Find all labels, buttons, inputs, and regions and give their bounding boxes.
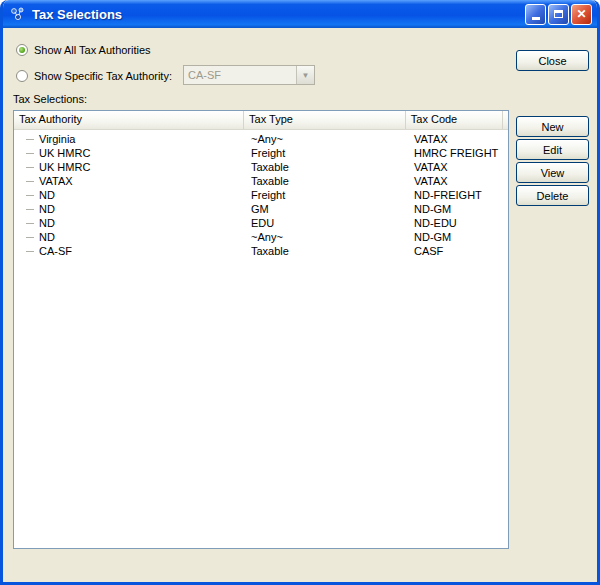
chevron-down-icon[interactable]: ▼: [296, 66, 314, 84]
column-header-filler: [503, 111, 508, 129]
tax-authority-dropdown[interactable]: CA-SF ▼: [183, 65, 315, 85]
cell-tax-code: ND-EDU: [409, 217, 508, 229]
cell-tax-code: ND-GM: [409, 231, 508, 243]
cell-tax-authority: ND: [14, 203, 246, 215]
close-icon: ✕: [576, 8, 586, 20]
window-title: Tax Selections: [32, 7, 525, 22]
cell-tax-code: VATAX: [409, 175, 508, 187]
radio-selected-dot: [19, 47, 25, 53]
radio-show-specific-circle[interactable]: [16, 70, 28, 82]
radio-show-all-circle[interactable]: [16, 44, 28, 56]
cell-tax-type: Taxable: [246, 161, 409, 173]
cell-tax-authority: ND: [14, 231, 246, 243]
cell-tax-authority: UK HMRC: [14, 147, 246, 159]
dialog-content: Show All Tax Authorities Show Specific T…: [3, 28, 597, 582]
tree-node-icon: [26, 209, 34, 210]
tree-node-icon: [26, 139, 34, 140]
tax-selections-label: Tax Selections:: [13, 93, 87, 105]
cell-tax-type: ~Any~: [246, 133, 409, 145]
cell-tax-type: Freight: [246, 189, 409, 201]
cell-tax-authority: CA-SF: [14, 245, 246, 257]
table-row[interactable]: Virginia ~Any~ VATAX: [14, 132, 508, 146]
table-row[interactable]: CA-SF Taxable CASF: [14, 244, 508, 258]
cell-tax-code: ND-FREIGHT: [409, 189, 508, 201]
cell-tax-authority: ND: [14, 189, 246, 201]
column-header-tax-type[interactable]: Tax Type: [244, 111, 406, 129]
tax-selections-window: Tax Selections ✕ Show All Tax Authoritie…: [0, 0, 600, 585]
tree-node-icon: [26, 181, 34, 182]
minimize-icon: [532, 17, 540, 20]
cell-tax-authority: ND: [14, 217, 246, 229]
tree-node-icon: [26, 195, 34, 196]
delete-button[interactable]: Delete: [516, 185, 589, 206]
table-row[interactable]: ND ~Any~ ND-GM: [14, 230, 508, 244]
cell-tax-authority: Virginia: [14, 133, 246, 145]
tree-node-icon: [26, 153, 34, 154]
app-icon: [9, 5, 27, 23]
column-header-tax-code[interactable]: Tax Code: [406, 111, 503, 129]
tree-node-icon: [26, 167, 34, 168]
cell-tax-type: Taxable: [246, 175, 409, 187]
edit-button[interactable]: Edit: [516, 139, 589, 160]
cell-tax-code: ND-GM: [409, 203, 508, 215]
column-header-tax-authority[interactable]: Tax Authority: [14, 111, 244, 129]
view-button[interactable]: View: [516, 162, 589, 183]
list-header: Tax Authority Tax Type Tax Code: [14, 111, 508, 130]
table-row[interactable]: ND Freight ND-FREIGHT: [14, 188, 508, 202]
new-button[interactable]: New: [516, 116, 589, 137]
cell-tax-type: ~Any~: [246, 231, 409, 243]
table-row[interactable]: VATAX Taxable VATAX: [14, 174, 508, 188]
cell-tax-authority: VATAX: [14, 175, 246, 187]
tax-authority-dropdown-value: CA-SF: [184, 69, 296, 81]
tree-node-icon: [26, 237, 34, 238]
cell-tax-type: GM: [246, 203, 409, 215]
cell-tax-code: CASF: [409, 245, 508, 257]
table-row[interactable]: ND EDU ND-EDU: [14, 216, 508, 230]
cell-tax-code: VATAX: [409, 161, 508, 173]
cell-tax-type: Taxable: [246, 245, 409, 257]
cell-tax-type: Freight: [246, 147, 409, 159]
table-row[interactable]: UK HMRC Freight HMRC FREIGHT: [14, 146, 508, 160]
radio-show-specific[interactable]: Show Specific Tax Authority:: [16, 70, 172, 82]
tree-node-icon: [26, 223, 34, 224]
close-window-button[interactable]: ✕: [571, 4, 592, 25]
titlebar[interactable]: Tax Selections ✕: [3, 0, 597, 28]
tax-selections-list[interactable]: Tax Authority Tax Type Tax Code Virginia…: [13, 110, 509, 549]
radio-show-all-label: Show All Tax Authorities: [34, 44, 151, 56]
cell-tax-type: EDU: [246, 217, 409, 229]
radio-show-specific-label: Show Specific Tax Authority:: [34, 70, 172, 82]
maximize-button[interactable]: [548, 4, 569, 25]
cell-tax-code: HMRC FREIGHT: [409, 147, 508, 159]
close-button[interactable]: Close: [516, 50, 589, 71]
table-row[interactable]: UK HMRC Taxable VATAX: [14, 160, 508, 174]
cell-tax-authority: UK HMRC: [14, 161, 246, 173]
minimize-button[interactable]: [525, 4, 546, 25]
table-row[interactable]: ND GM ND-GM: [14, 202, 508, 216]
cell-tax-code: VATAX: [409, 133, 508, 145]
tree-node-icon: [26, 251, 34, 252]
list-body: Virginia ~Any~ VATAX UK HMRC Freight HMR…: [14, 130, 508, 258]
maximize-icon: [554, 10, 563, 18]
radio-show-all[interactable]: Show All Tax Authorities: [16, 44, 151, 56]
